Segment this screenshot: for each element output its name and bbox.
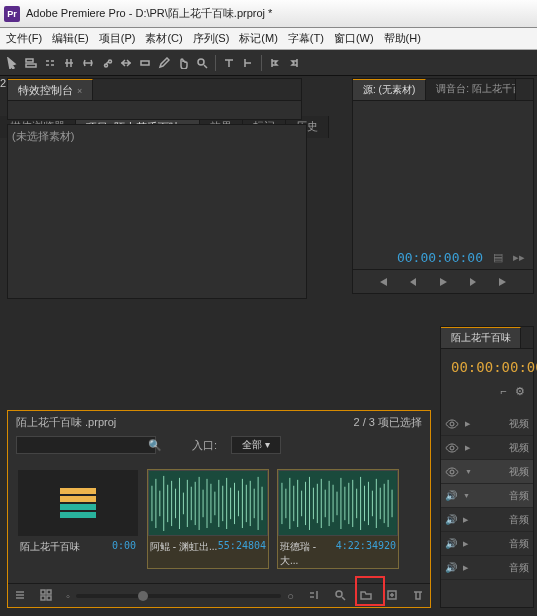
menu-sequence[interactable]: 序列(S) xyxy=(193,31,230,46)
eye-icon[interactable] xyxy=(445,465,459,479)
chevron-icon[interactable]: ▶ xyxy=(465,444,470,452)
video-track-2[interactable]: ▶视频 xyxy=(441,436,533,460)
menu-title[interactable]: 字幕(T) xyxy=(288,31,324,46)
svg-rect-1 xyxy=(26,64,36,67)
speaker-icon[interactable]: 🔊 xyxy=(445,562,457,574)
trash-icon[interactable] xyxy=(412,589,424,603)
go-end-icon[interactable] xyxy=(493,272,513,292)
hand-icon[interactable] xyxy=(175,54,191,72)
track-headers: ▶视频 ▶视频 ▼视频 🔊▼音频 🔊▶音频 🔊▶音频 🔊▶音频 xyxy=(441,402,533,580)
chevron-icon[interactable]: ▼ xyxy=(463,492,470,499)
sequence-timecode: 00:00:00:00 xyxy=(441,349,533,381)
settings-icon[interactable]: ⚙ xyxy=(515,385,525,398)
go-start-icon[interactable] xyxy=(373,272,393,292)
search-icon[interactable]: 🔍 xyxy=(148,439,162,452)
no-clip-message: (未选择素材) xyxy=(8,125,306,148)
chevron-icon[interactable]: ▶ xyxy=(465,420,470,428)
menu-help[interactable]: 帮助(H) xyxy=(384,31,421,46)
audio-track-1[interactable]: 🔊▼音频 xyxy=(441,484,533,508)
source-panel: 源: (无素材) 调音台: 陌上花千百味 00:00:00:00 ▤ ▸▸ xyxy=(352,78,534,294)
auto-sequence-icon[interactable] xyxy=(308,589,320,603)
video-track-3[interactable]: ▶视频 xyxy=(441,412,533,436)
icon-view-icon[interactable] xyxy=(40,589,52,603)
snap-icon[interactable]: ⌐ xyxy=(501,385,507,398)
tab-sequence[interactable]: 陌上花千百味 xyxy=(441,327,521,348)
speaker-icon[interactable]: 🔊 xyxy=(445,490,457,502)
menu-file[interactable]: 文件(F) xyxy=(6,31,42,46)
fit-icon[interactable]: ▤ xyxy=(493,251,503,264)
title-bar: Pr Adobe Premiere Pro - D:\PR\陌上花千百味.prp… xyxy=(0,0,537,28)
menu-clip[interactable]: 素材(C) xyxy=(145,31,182,46)
text-vert-icon[interactable] xyxy=(240,54,256,72)
step-fwd-icon[interactable] xyxy=(463,272,483,292)
annotation-highlight xyxy=(355,576,385,606)
chevron-icon[interactable]: ▶ xyxy=(463,516,468,524)
play-icon[interactable] xyxy=(433,272,453,292)
ripple-edit-icon[interactable] xyxy=(42,54,58,72)
project-filename: 陌上花千百味 .prproj xyxy=(16,415,116,430)
audio-track-4[interactable]: 🔊▶音频 xyxy=(441,556,533,580)
new-item-icon[interactable] xyxy=(386,589,398,603)
waveform-thumb xyxy=(278,470,398,536)
separator xyxy=(215,55,216,71)
item-name: 陌上花千百味 xyxy=(20,540,80,554)
svg-rect-0 xyxy=(26,59,33,62)
app-logo: Pr xyxy=(4,6,20,22)
step-icon[interactable]: ▸▸ xyxy=(513,251,525,264)
project-item-audio-2[interactable]: 班德瑞 - 大...4:22:34920 xyxy=(278,470,398,568)
type-icon[interactable] xyxy=(221,54,237,72)
step-back-icon[interactable] xyxy=(403,272,423,292)
audio-track-2[interactable]: 🔊▶音频 xyxy=(441,508,533,532)
svg-rect-66 xyxy=(47,596,51,600)
entry-dropdown[interactable]: 全部 ▾ xyxy=(231,436,281,454)
svg-rect-64 xyxy=(47,590,51,594)
item-name: 阿鲲 - 渊虹出... xyxy=(150,540,217,554)
mark-in-icon[interactable] xyxy=(267,54,283,72)
item-duration: 4:22:34920 xyxy=(336,540,396,568)
chevron-icon[interactable]: ▼ xyxy=(465,468,472,475)
audio-track-3[interactable]: 🔊▶音频 xyxy=(441,532,533,556)
zoom-in-icon[interactable]: ○ xyxy=(287,590,294,602)
video-track-1[interactable]: ▼视频 xyxy=(441,460,533,484)
pen-icon[interactable] xyxy=(156,54,172,72)
svg-rect-63 xyxy=(41,590,45,594)
svg-point-69 xyxy=(450,422,454,426)
mark-out-icon[interactable] xyxy=(286,54,302,72)
rolling-edit-icon[interactable] xyxy=(61,54,77,72)
svg-rect-33 xyxy=(279,471,397,536)
svg-rect-65 xyxy=(41,596,45,600)
timeline-panel: 陌上花千百味 00:00:00:00 ⌐ ⚙ ▶视频 ▶视频 ▼视频 🔊▼音频 … xyxy=(440,326,534,608)
chevron-icon[interactable]: ▶ xyxy=(463,540,468,548)
menu-marker[interactable]: 标记(M) xyxy=(239,31,278,46)
speaker-icon[interactable]: 🔊 xyxy=(445,514,457,526)
zoom-icon[interactable] xyxy=(194,54,210,72)
item-duration: 0:00 xyxy=(112,540,136,554)
menu-edit[interactable]: 编辑(E) xyxy=(52,31,89,46)
menu-project[interactable]: 项目(P) xyxy=(99,31,136,46)
eye-icon[interactable] xyxy=(445,417,459,431)
rate-stretch-icon[interactable] xyxy=(80,54,96,72)
slide-icon[interactable] xyxy=(137,54,153,72)
close-icon[interactable]: × xyxy=(77,86,82,96)
find-icon[interactable] xyxy=(334,589,346,603)
zoom-out-icon[interactable]: ◦ xyxy=(66,590,70,602)
svg-point-71 xyxy=(450,470,454,474)
tab-audio-mixer[interactable]: 调音台: 陌上花千百味 xyxy=(426,79,516,100)
svg-rect-3 xyxy=(149,471,267,536)
tab-effect-controls[interactable]: 特效控制台× xyxy=(8,79,93,100)
eye-icon[interactable] xyxy=(445,441,459,455)
chevron-icon[interactable]: ▶ xyxy=(463,564,468,572)
zoom-slider[interactable]: ◦ ○ xyxy=(66,590,294,602)
project-item-audio-1[interactable]: 阿鲲 - 渊虹出...55:24804 xyxy=(148,470,268,568)
tab-source[interactable]: 源: (无素材) xyxy=(353,79,426,100)
slip-icon[interactable] xyxy=(118,54,134,72)
razor-icon[interactable] xyxy=(99,54,115,72)
track-select-icon[interactable] xyxy=(23,54,39,72)
search-input[interactable] xyxy=(16,436,156,454)
menu-window[interactable]: 窗口(W) xyxy=(334,31,374,46)
sequence-icon xyxy=(18,470,138,536)
project-item-sequence[interactable]: 陌上花千百味0:00 xyxy=(18,470,138,568)
speaker-icon[interactable]: 🔊 xyxy=(445,538,457,550)
selection-tool-icon[interactable] xyxy=(4,54,20,72)
list-view-icon[interactable] xyxy=(14,589,26,603)
